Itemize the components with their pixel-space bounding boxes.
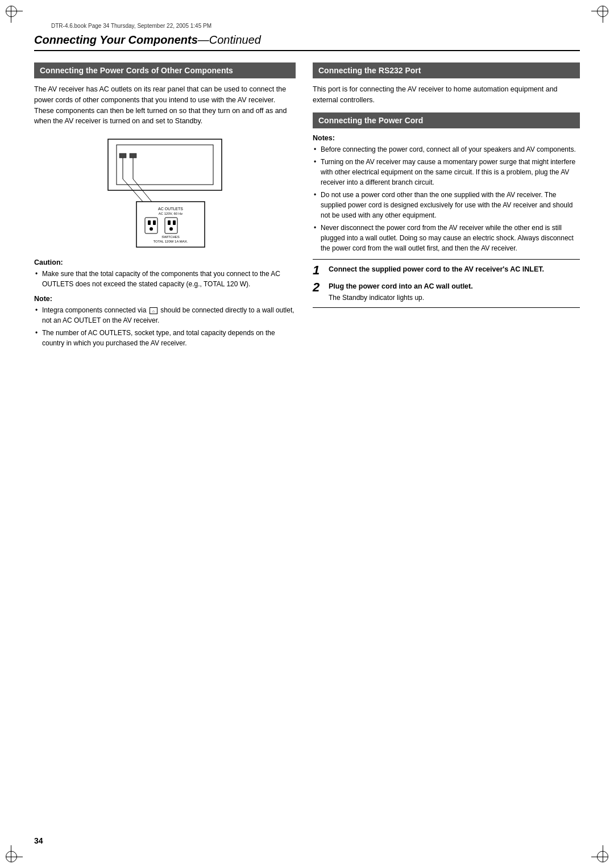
steps-container: 1 Connect the supplied power cord to the… <box>313 259 580 308</box>
svg-rect-9 <box>145 218 157 233</box>
svg-point-16 <box>169 227 173 231</box>
corner-mark-top-right <box>591 6 608 23</box>
power-cord-note-1: Before connecting the power cord, connec… <box>313 144 580 155</box>
power-cord-note-3: Do not use a power cord other than the o… <box>313 190 580 220</box>
svg-rect-13 <box>168 220 171 225</box>
step-1: 1 Connect the supplied power cord to the… <box>313 264 580 277</box>
two-column-layout: Connecting the Power Cords of Other Comp… <box>34 62 580 354</box>
svg-text:SWITCHES: SWITCHES <box>161 235 180 239</box>
svg-point-15 <box>150 227 153 231</box>
step-2-text: Plug the power cord into an AC wall outl… <box>329 281 473 303</box>
corner-mark-bottom-left <box>6 845 23 862</box>
step-2-number: 2 <box>313 281 324 294</box>
svg-rect-1 <box>117 145 213 185</box>
rs232-body: This port is for connecting the AV recei… <box>313 84 580 106</box>
svg-rect-3 <box>130 153 136 158</box>
svg-rect-12 <box>153 220 156 225</box>
page-number: 34 <box>34 836 43 845</box>
left-section-header: Connecting the Power Cords of Other Comp… <box>34 62 296 78</box>
integra-icon: ⌂ <box>150 307 157 314</box>
svg-rect-2 <box>119 153 126 158</box>
step-2: 2 Plug the power cord into an AC wall ou… <box>313 281 580 303</box>
page-title: Connecting Your Components—Continued <box>34 34 580 51</box>
caution-item-1: Make sure that the total capacity of the… <box>34 269 296 289</box>
power-cord-note-2: Turning on the AV receiver may cause a m… <box>313 157 580 187</box>
svg-text:AC 120V, 60 Hz: AC 120V, 60 Hz <box>159 212 182 215</box>
rs232-header: Connecting the RS232 Port <box>313 62 580 78</box>
caution-label: Caution: <box>34 258 296 266</box>
svg-text:TOTAL 120W 1A MAX.: TOTAL 120W 1A MAX. <box>154 240 188 243</box>
right-column: Connecting the RS232 Port This port is f… <box>313 62 580 308</box>
corner-mark-top-left <box>6 6 23 23</box>
svg-rect-11 <box>148 220 151 225</box>
svg-rect-14 <box>173 220 176 225</box>
caution-list: Make sure that the total capacity of the… <box>34 269 296 289</box>
ac-outlets-diagram: AC OUTLETS AC 120V, 60 Hz SWITCHES TOTAL… <box>34 133 296 253</box>
svg-rect-10 <box>165 218 177 233</box>
step-1-number: 1 <box>313 264 324 277</box>
note-item-1: Integra components connected via ⌂ shoul… <box>34 305 296 326</box>
meta-line: DTR-4.6.book Page 34 Thursday, September… <box>51 23 580 29</box>
note-list: Integra components connected via ⌂ shoul… <box>34 305 296 348</box>
note-item-2: The number of AC OUTLETS, socket type, a… <box>34 328 296 348</box>
notes-label: Notes: <box>313 134 580 142</box>
step-2-sub: The Standby indicator lights up. <box>329 293 473 303</box>
svg-text:AC OUTLETS: AC OUTLETS <box>158 207 183 211</box>
left-column: Connecting the Power Cords of Other Comp… <box>34 62 296 354</box>
note-label: Note: <box>34 295 296 303</box>
power-cord-notes-list: Before connecting the power cord, connec… <box>313 144 580 253</box>
step-1-text: Connect the supplied power cord to the A… <box>329 264 544 275</box>
svg-rect-0 <box>108 139 222 190</box>
power-cord-note-4: Never disconnect the power cord from the… <box>313 223 580 253</box>
power-cord-notes-section: Notes: Before connecting the power cord,… <box>313 134 580 253</box>
page: DTR-4.6.book Page 34 Thursday, September… <box>0 0 614 868</box>
left-body-text: The AV receiver has AC outlets on its re… <box>34 84 296 127</box>
corner-mark-bottom-right <box>591 845 608 862</box>
power-cord-header: Connecting the Power Cord <box>313 112 580 128</box>
